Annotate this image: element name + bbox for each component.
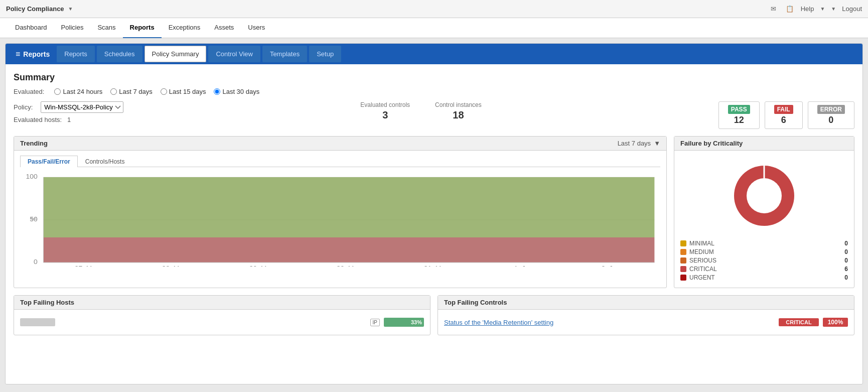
top-failing-hosts-body: IP 33% [14,310,430,335]
evaluated-controls-value: 3 [360,109,410,121]
host-pct-bar-label: 33% [411,319,422,325]
legend-dot-minimal [680,240,686,246]
radio-30d[interactable]: Last 30 days [214,88,259,95]
trending-header: Trending Last 7 days ▼ [14,137,666,151]
document-icon[interactable]: 📋 [785,4,795,14]
radio-input-24h[interactable] [54,88,61,95]
evaluated-row: Evaluated: Last 24 hours Last 7 days Las… [14,88,854,95]
legend-label-medium: MEDIUM [689,248,841,255]
host-row: IP 33% [20,315,424,330]
nav-item-exceptions[interactable]: Exceptions [162,18,208,38]
fail-card: FAIL 6 [765,101,803,129]
pass-value: 12 [728,115,750,125]
policy-hosts-area: Policy: Win-MSSQL-2k8-Policy Evaluated h… [14,101,123,123]
legend-label-minimal: MINIMAL [689,240,841,247]
nav-item-assets[interactable]: Assets [207,18,241,38]
sub-nav-label: Reports [23,50,50,58]
nav-item-policies[interactable]: Policies [54,18,91,38]
criticality-body: MINIMAL 0 MEDIUM 0 SERIOUS 0 [674,151,854,288]
top-failing-controls-title: Top Failing Controls [444,299,507,306]
svg-text:0: 0 [34,258,38,266]
policy-row: Policy: Win-MSSQL-2k8-Policy [14,101,123,113]
control-row: Status of the 'Media Retention' setting … [444,315,848,330]
email-icon[interactable]: ✉ [769,4,779,14]
sub-tab-schedules[interactable]: Schedules [97,46,142,62]
chart-tab-controls-hosts[interactable]: Controls/Hosts [78,156,132,167]
radio-input-30d[interactable] [214,88,220,95]
nav-item-scans[interactable]: Scans [90,18,122,38]
radio-label-15d: Last 15 days [169,88,206,95]
error-card: ERROR 0 [808,101,854,129]
top-failing-controls-header: Top Failing Controls [438,296,854,310]
legend-critical: CRITICAL 6 [680,266,848,273]
control-instances-label: Control instances [435,101,482,108]
help-button[interactable]: Help [801,5,814,13]
radio-label-24h: Last 24 hours [63,88,102,95]
chart-svg: 100 50 0 27. May [20,171,660,267]
radio-input-15d[interactable] [161,88,167,95]
donut-svg [729,161,799,231]
svg-text:1. Jun: 1. Jun [514,265,533,267]
legend-value-critical: 6 [844,266,848,273]
page-content: Summary Evaluated: Last 24 hours Last 7 … [6,64,862,350]
svg-text:30. May: 30. May [337,265,362,267]
svg-text:2. Jun: 2. Jun [601,265,620,267]
nav-item-users[interactable]: Users [241,18,272,38]
policy-select[interactable]: Win-MSSQL-2k8-Policy [41,101,123,113]
evaluated-controls-label: Evaluated controls [360,101,410,108]
legend-value-minimal: 0 [844,240,848,247]
legend-serious: SERIOUS 0 [680,257,848,264]
top-failing-controls-body: Status of the 'Media Retention' setting … [438,310,854,335]
control-instances-value: 18 [435,109,482,121]
radio-label-30d: Last 30 days [222,88,259,95]
critical-badge: CRITICAL [779,318,819,326]
help-dropdown-arrow[interactable]: ▼ [820,6,825,12]
trending-header-right: Last 7 days ▼ [618,140,660,147]
control-name[interactable]: Status of the 'Media Retention' setting [444,319,775,326]
logout-button[interactable]: Logout [842,5,862,13]
host-name-placeholder [20,318,55,326]
donut-chart [729,161,799,231]
error-label: ERROR [817,105,845,114]
svg-text:28. May: 28. May [162,265,187,267]
radio-24h[interactable]: Last 24 hours [54,88,102,95]
legend-medium: MEDIUM 0 [680,248,848,255]
host-pct-area: 33% [384,318,424,327]
fail-value: 6 [774,115,793,125]
pass-label: PASS [728,105,750,114]
trending-body: Pass/Fail/Error Controls/Hosts 100 50 0 [14,151,666,272]
radio-input-7d[interactable] [110,88,117,95]
nav-item-dashboard[interactable]: Dashboard [8,18,54,38]
legend-label-serious: SERIOUS [689,257,841,264]
trending-title: Trending [20,140,48,147]
criticality-title: Failure by Criticality [680,140,743,147]
sub-tab-templates[interactable]: Templates [262,46,307,62]
app-title: Policy Compliance [6,5,64,13]
radio-15d[interactable]: Last 15 days [161,88,206,95]
sub-tab-reports[interactable]: Reports [57,46,95,62]
policy-label: Policy: [14,103,33,111]
radio-7d[interactable]: Last 7 days [110,88,153,95]
trending-dropdown-arrow[interactable]: ▼ [654,140,660,147]
sub-tab-control-view[interactable]: Control View [208,46,260,62]
sub-tab-setup[interactable]: Setup [309,46,341,62]
ip-badge[interactable]: IP [370,319,380,326]
criticality-panel: Failure by Criticality [674,136,854,288]
trending-panel: Trending Last 7 days ▼ Pass/Fail/Error C… [14,136,667,288]
pass-card: PASS 12 [718,101,760,129]
svg-text:27. May: 27. May [75,265,100,267]
chart-tab-pass-fail[interactable]: Pass/Fail/Error [20,156,78,167]
user-dropdown-arrow[interactable]: ▼ [831,6,836,12]
sub-tab-policy-summary[interactable]: Policy Summary [144,46,207,62]
bottom-panels: Top Failing Hosts IP 33% [14,295,854,342]
top-bar-left: Policy Compliance ▼ [6,5,73,13]
svg-point-19 [747,178,782,213]
error-value: 0 [817,115,845,125]
app-dropdown-arrow[interactable]: ▼ [68,6,73,12]
svg-rect-6 [43,177,654,237]
svg-rect-7 [43,237,654,263]
legend-dot-urgent [680,275,686,281]
legend-minimal: MINIMAL 0 [680,240,848,247]
nav-item-reports[interactable]: Reports [123,18,162,38]
top-failing-hosts-title: Top Failing Hosts [20,299,74,306]
